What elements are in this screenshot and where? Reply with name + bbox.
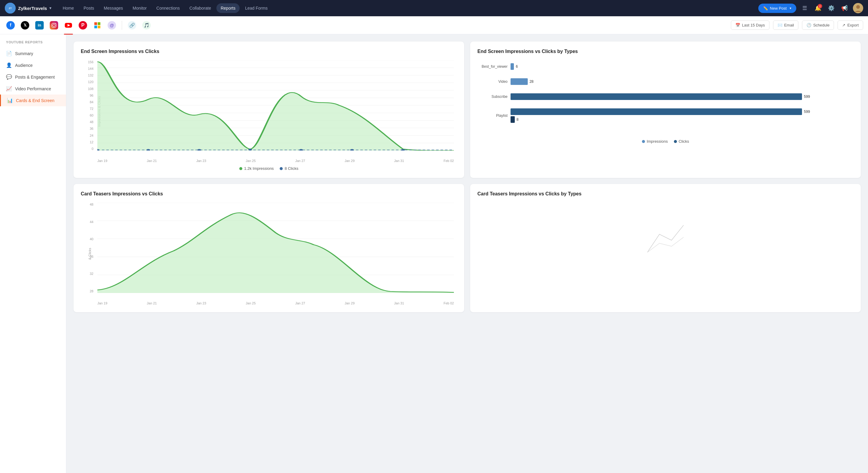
sidebar-item-audience[interactable]: 👤 Audience — [0, 59, 66, 71]
chain-link-icon[interactable]: 🔗 — [126, 20, 138, 31]
bar-row-best-for-viewer: Best_for_viewer 6 — [477, 63, 854, 70]
nav-connections[interactable]: Connections — [152, 3, 184, 13]
card-teasers-y-axis-ticks: 48 44 40 36 32 28 — [81, 203, 96, 293]
impressions-bar-video — [510, 78, 528, 85]
sidebar-item-video-performance[interactable]: 📈 Video Performance — [0, 83, 66, 95]
bar-legend-impressions-dot — [642, 140, 645, 143]
toolbar-actions: 📅 Last 15 Days ✉️ Email 🕐 Schedule ↗ Exp… — [731, 21, 863, 30]
nav-lead-forms[interactable]: Lead Forms — [241, 3, 272, 13]
settings-button[interactable]: ⚙️ — [827, 3, 836, 13]
sidebar-item-summary[interactable]: 📄 Summary — [0, 47, 66, 59]
main-layout: YOUTUBE REPORTS 📄 Summary 👤 Audience 💬 P… — [0, 34, 868, 473]
charts-grid: End Screen Impressions vs Clicks Impress… — [73, 41, 861, 312]
svg-point-13 — [56, 23, 56, 24]
instagram-icon[interactable] — [48, 20, 60, 31]
schedule-button[interactable]: 🕐 Schedule — [802, 21, 834, 30]
export-button[interactable]: ↗ Export — [838, 21, 863, 30]
bar-label-subscribe: Subscribe — [477, 95, 507, 99]
sidebar-item-posts-engagement[interactable]: 💬 Posts & Engagement — [0, 71, 66, 83]
sidebar-item-audience-label: Audience — [15, 63, 33, 68]
video-perf-icon: 📈 — [6, 86, 12, 92]
bar-row-subscribe: Subscribe 599 — [477, 93, 854, 100]
card-teasers-impressions-title: Card Teasers Impressions vs Clicks — [81, 191, 457, 197]
svg-chart-area — [97, 60, 454, 150]
bar-track-subscribe: 599 — [510, 93, 854, 100]
impressions-bar-best-for-viewer — [510, 63, 514, 70]
social-bar: f 𝕏 in — [0, 16, 868, 34]
impressions-legend-label: 1.2k Impressions — [244, 166, 274, 171]
nav-reports[interactable]: Reports — [216, 3, 240, 13]
end-screen-types-title: End Screen Impressions vs Clicks by Type… — [477, 49, 854, 54]
line-chart-area: Impressions & Clicks 156 144 132 120 108… — [81, 60, 457, 163]
microsoft-icon[interactable] — [92, 20, 103, 31]
bar-row-video: Video 28 — [477, 78, 854, 85]
clicks-bar-playlist — [510, 116, 515, 123]
audience-icon: 👤 — [6, 62, 12, 68]
card-teasers-x-axis-ticks: Jan 19 Jan 21 Jan 23 Jan 25 Jan 27 Jan 2… — [97, 296, 454, 305]
sidebar-section-title: YOUTUBE REPORTS — [0, 40, 66, 47]
svg-rect-20 — [94, 26, 97, 28]
nav-monitor[interactable]: Monitor — [128, 3, 151, 13]
sidebar-item-video-label: Video Performance — [15, 87, 51, 91]
cards-icon: 📊 — [7, 98, 13, 103]
nav-collaborate[interactable]: Collaborate — [185, 3, 216, 13]
pencil-icon: ✏️ — [763, 6, 768, 10]
nav-posts[interactable]: Posts — [79, 3, 98, 13]
brand-logo-area[interactable]: ZT ZylkerTravels ▾ — [5, 3, 51, 13]
pinterest-icon[interactable]: P — [77, 20, 89, 31]
svg-point-44 — [248, 149, 252, 150]
email-button[interactable]: ✉️ Email — [773, 21, 799, 30]
bar-legend-impressions-label: Impressions — [647, 139, 668, 144]
brand-name: ZylkerTravels — [18, 6, 47, 11]
new-post-button[interactable]: ✏️ New Post ▾ — [758, 4, 796, 13]
bar-value-subscribe-impressions: 599 — [804, 95, 810, 99]
main-content: End Screen Impressions vs Clicks Impress… — [66, 34, 868, 473]
card-teasers-impressions-chart: Card Teasers Impressions vs Clicks & Cli… — [73, 184, 464, 312]
threads-icon[interactable]: @ — [106, 20, 118, 31]
posts-icon: 💬 — [6, 74, 12, 80]
sidebar-item-cards-label: Cards & End Screen — [16, 98, 55, 103]
notifications-button[interactable]: 🔔 2 — [813, 3, 823, 13]
sidebar: YOUTUBE REPORTS 📄 Summary 👤 Audience 💬 P… — [0, 34, 66, 473]
summary-icon: 📄 — [6, 50, 12, 56]
playlist-clicks-row: 8 — [510, 116, 854, 123]
calendar-icon: 📅 — [735, 23, 740, 27]
svg-text:@: @ — [110, 23, 114, 27]
impressions-bar-subscribe — [510, 93, 802, 100]
bar-chart-container: Best_for_viewer 6 Video 28 — [477, 60, 854, 134]
svg-text:🔗: 🔗 — [129, 22, 135, 28]
extra-social-icon[interactable]: 🎵 — [141, 20, 152, 31]
email-label: Email — [784, 23, 794, 27]
facebook-icon[interactable]: f — [5, 20, 16, 31]
youtube-icon[interactable] — [63, 20, 74, 31]
nav-messages[interactable]: Messages — [99, 3, 127, 13]
menu-icon: ☰ — [802, 5, 807, 11]
linkedin-icon[interactable]: in — [34, 20, 45, 31]
bar-track-playlist: 599 8 — [510, 108, 854, 123]
dropdown-arrow-icon: ▾ — [789, 6, 792, 10]
x-axis-ticks: Jan 19 Jan 21 Jan 23 Jan 25 Jan 27 Jan 2… — [97, 154, 454, 163]
end-screen-impressions-chart: End Screen Impressions vs Clicks Impress… — [73, 41, 464, 178]
svg-rect-21 — [98, 26, 100, 28]
bar-chart-legend: Impressions Clicks — [477, 139, 854, 144]
sidebar-item-summary-label: Summary — [15, 51, 33, 56]
date-range-button[interactable]: 📅 Last 15 Days — [731, 21, 770, 30]
bar-label-best-for-viewer: Best_for_viewer — [477, 64, 507, 69]
schedule-label: Schedule — [813, 23, 830, 27]
email-icon: ✉️ — [778, 23, 782, 27]
announcements-button[interactable]: 📢 — [840, 3, 849, 13]
export-label: Export — [847, 23, 859, 27]
menu-icon-button[interactable]: ☰ — [800, 3, 809, 13]
social-divider — [122, 21, 122, 30]
svg-text:𝕏: 𝕏 — [24, 23, 27, 27]
sidebar-item-cards-end-screen[interactable]: 📊 Cards & End Screen — [0, 95, 66, 106]
top-navigation: ZT ZylkerTravels ▾ Home Posts Messages M… — [0, 0, 868, 16]
twitter-icon[interactable]: 𝕏 — [19, 20, 31, 31]
card-teasers-types-chart: Card Teasers Impressions vs Clicks by Ty… — [470, 184, 861, 312]
nav-home[interactable]: Home — [59, 3, 78, 13]
svg-point-3 — [856, 5, 860, 9]
export-icon: ↗ — [842, 23, 845, 27]
svg-rect-10 — [50, 21, 58, 30]
user-avatar[interactable] — [853, 3, 863, 13]
bar-track-best-for-viewer: 6 — [510, 63, 854, 70]
